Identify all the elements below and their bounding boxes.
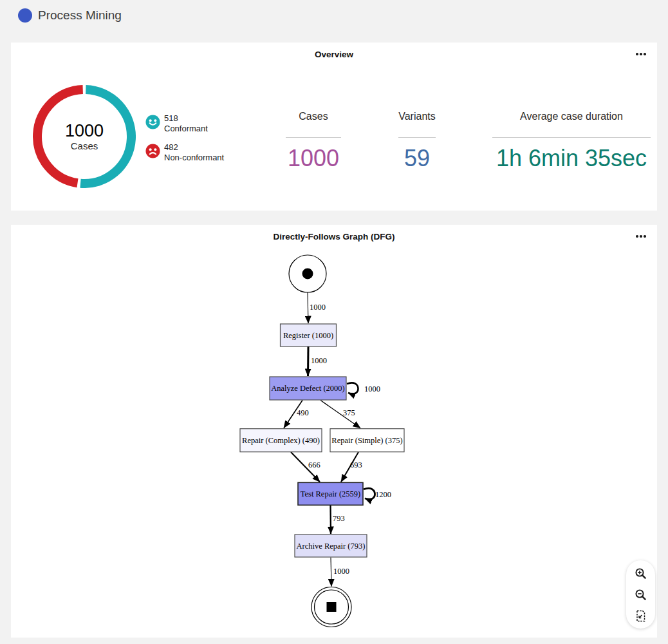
stat-average-duration: Average case duration 1h 6min 35sec: [492, 111, 651, 171]
legend-non-conformant-label: Non-conformant: [164, 153, 224, 163]
stat-variants-label: Variants: [356, 111, 478, 122]
zoom-out-icon[interactable]: [635, 588, 647, 601]
dfg-edge-label: 1000: [311, 356, 327, 365]
donut-segment-non-conformant[interactable]: [37, 90, 83, 183]
dfg-edge-register-analyze_defect: [308, 346, 309, 376]
overview-card: Overview 1000 Cases 518 Conformant: [11, 43, 657, 211]
dfg-edge-label: 693: [350, 460, 362, 469]
start-token-icon: [302, 269, 313, 279]
stat-duration-divider: [492, 137, 651, 138]
dfg-edge-label: 666: [308, 460, 320, 469]
donut-segment-conformant[interactable]: [80, 90, 131, 184]
dfg-node-label-register: Register (1000): [283, 331, 333, 340]
dfg-card: 10001000490375666693793100010001200Regis…: [11, 225, 657, 638]
dfg-edge-label: 1000: [364, 384, 380, 393]
dfg-canvas[interactable]: 10001000490375666693793100010001200Regis…: [11, 225, 657, 638]
dfg-card-title: Directly-Follows Graph (DFG): [11, 232, 657, 242]
legend-non-conformant-count: 482: [164, 142, 224, 153]
dfg-node-label-test_repair: Test Repair (2559): [301, 489, 361, 498]
app-logo-icon: [18, 8, 32, 23]
app-header: Process Mining: [0, 0, 668, 43]
stat-duration-value: 1h 6min 35sec: [492, 146, 651, 171]
stat-variants-value: 59: [356, 146, 478, 171]
dfg-edge-test_repair-archive_repair: [331, 506, 331, 535]
dfg-node-label-repair_simple: Repair (Simple) (375): [331, 436, 402, 445]
dfg-edge-label: 793: [333, 514, 345, 523]
zoom-in-icon[interactable]: [635, 567, 647, 580]
legend-item-conformant: 518 Conformant: [145, 113, 208, 133]
conformance-donut-chart[interactable]: 1000 Cases: [33, 85, 136, 188]
overview-card-title: Overview: [11, 50, 657, 59]
dfg-viewer-controls: [626, 560, 655, 629]
stat-duration-label: Average case duration: [492, 111, 651, 122]
stat-cases-divider: [286, 137, 341, 138]
dfg-edge-archive_repair-end: [331, 558, 331, 587]
dfg-edge-selfloop-test_repair: [364, 488, 375, 499]
dfg-node-label-analyze_defect: Analyze Defect (2000): [271, 384, 345, 393]
end-token-icon: [327, 602, 337, 612]
dfg-node-label-archive_repair: Archive Repair (793): [297, 542, 366, 551]
stat-variants: Variants 59: [356, 111, 478, 171]
dfg-edge-label: 1000: [310, 303, 326, 312]
app-title: Process Mining: [38, 8, 122, 23]
dfg-edge-start-register: [308, 292, 308, 323]
legend-conformant-label: Conformant: [164, 124, 208, 134]
legend-conformant-count: 518: [164, 113, 208, 124]
dfg-node-label-repair_complex: Repair (Complex) (490): [242, 436, 320, 445]
donut-svg: [33, 85, 136, 188]
more-options-icon[interactable]: [634, 231, 648, 242]
dfg-edge-label: 375: [343, 408, 355, 417]
more-options-icon[interactable]: [634, 49, 648, 59]
legend-item-non-conformant: 482 Non-conformant: [145, 142, 224, 162]
stat-variants-divider: [398, 137, 436, 138]
dfg-edge-label: 1200: [375, 490, 391, 499]
dfg-edge-label: 1000: [333, 567, 349, 576]
smiley-happy-icon: [145, 115, 160, 129]
dfg-edge-label: 490: [297, 408, 309, 417]
fit-to-page-icon[interactable]: [635, 609, 647, 622]
dfg-edge-selfloop-analyze_defect: [347, 383, 358, 393]
smiley-sad-icon: [145, 144, 160, 158]
